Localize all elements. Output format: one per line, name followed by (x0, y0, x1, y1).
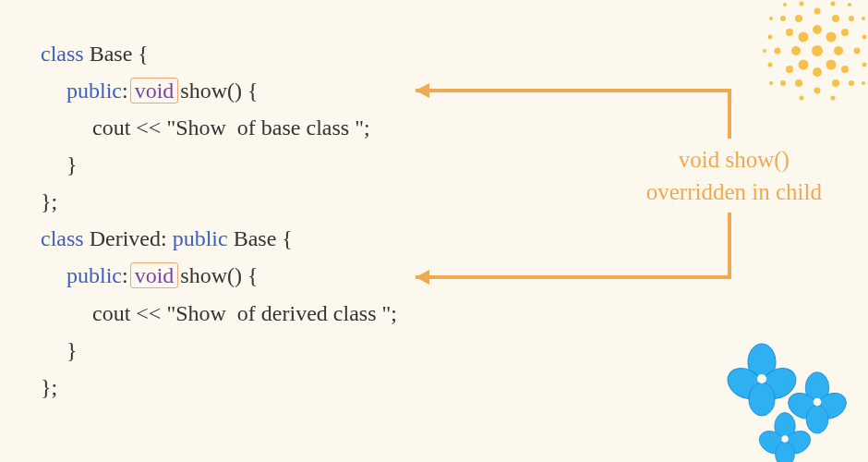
svg-point-10 (834, 46, 843, 55)
code-line-3: cout << "Show of base class "; (41, 109, 397, 146)
svg-point-4 (826, 32, 837, 43)
fn-sig: show() { (175, 263, 258, 287)
svg-point-6 (826, 60, 837, 70)
svg-point-29 (768, 63, 773, 67)
keyword-class: class (41, 226, 84, 250)
code-line-7: public: void show() { (41, 257, 397, 294)
keyword-public: public (66, 79, 122, 103)
svg-point-35 (783, 3, 787, 6)
svg-point-7 (813, 25, 822, 34)
svg-point-53 (814, 398, 822, 407)
svg-point-13 (786, 66, 793, 73)
svg-point-31 (800, 2, 804, 6)
svg-point-32 (831, 2, 836, 6)
svg-point-48 (757, 374, 766, 383)
decoration-dots-icon (757, 0, 868, 111)
code-line-2: public: void show() { (41, 72, 397, 109)
svg-point-38 (862, 17, 865, 20)
svg-point-8 (813, 67, 822, 77)
code-line-5: }; (41, 183, 397, 220)
boxed-signature-base: void (130, 78, 179, 103)
svg-point-47 (749, 383, 775, 416)
svg-point-30 (862, 63, 867, 67)
code-line-4: } (41, 146, 397, 183)
svg-point-26 (849, 80, 854, 86)
annotation-line-2: overridden in child (646, 176, 822, 208)
svg-point-12 (841, 29, 849, 36)
keyword-public: public (66, 263, 122, 287)
svg-point-3 (799, 32, 809, 43)
svg-point-36 (848, 3, 851, 6)
svg-point-9 (791, 46, 801, 55)
svg-point-19 (814, 8, 821, 15)
keyword-void: void (135, 79, 175, 103)
svg-point-57 (776, 442, 795, 462)
svg-point-25 (780, 80, 786, 86)
svg-point-21 (775, 48, 781, 55)
svg-point-18 (832, 79, 839, 87)
svg-point-52 (806, 405, 828, 433)
svg-point-5 (799, 60, 809, 70)
svg-point-2 (812, 45, 823, 56)
svg-point-58 (781, 435, 789, 443)
code-block: class Base { public: void show() { cout … (41, 35, 397, 406)
code-line-9: } (41, 332, 397, 369)
code-line-6: class Derived: public Base { (41, 220, 397, 257)
boxed-signature-derived: void (130, 262, 179, 288)
svg-point-14 (841, 66, 849, 73)
svg-point-22 (854, 48, 861, 55)
code-line-1: class Base { (41, 35, 397, 72)
svg-point-23 (780, 16, 786, 21)
code-line-8: cout << "Show of derived class "; (41, 295, 397, 332)
svg-point-16 (832, 15, 839, 22)
code-text: Base { (228, 226, 293, 250)
annotation-line-1: void show() (646, 143, 822, 176)
svg-point-28 (862, 35, 867, 40)
fn-sig: show() { (175, 79, 258, 103)
svg-point-17 (795, 79, 802, 87)
svg-point-37 (769, 17, 773, 20)
keyword-class: class (41, 42, 84, 66)
code-text: Derived: (84, 226, 173, 250)
svg-point-39 (769, 81, 773, 85)
code-text: Base { (84, 42, 149, 66)
svg-point-34 (831, 96, 836, 101)
svg-point-20 (814, 88, 821, 94)
svg-point-33 (800, 96, 804, 101)
svg-point-27 (768, 35, 773, 40)
decoration-flowers-icon (720, 337, 859, 462)
code-line-10: }; (41, 369, 397, 406)
svg-point-42 (763, 49, 766, 53)
annotation-label: void show() overridden in child (646, 143, 822, 208)
keyword-void: void (135, 263, 175, 287)
svg-marker-1 (416, 270, 429, 285)
svg-point-24 (849, 16, 854, 21)
svg-point-15 (795, 15, 802, 22)
svg-point-11 (786, 29, 793, 36)
svg-point-40 (862, 81, 865, 85)
keyword-public: public (173, 226, 228, 250)
svg-marker-0 (416, 83, 429, 98)
